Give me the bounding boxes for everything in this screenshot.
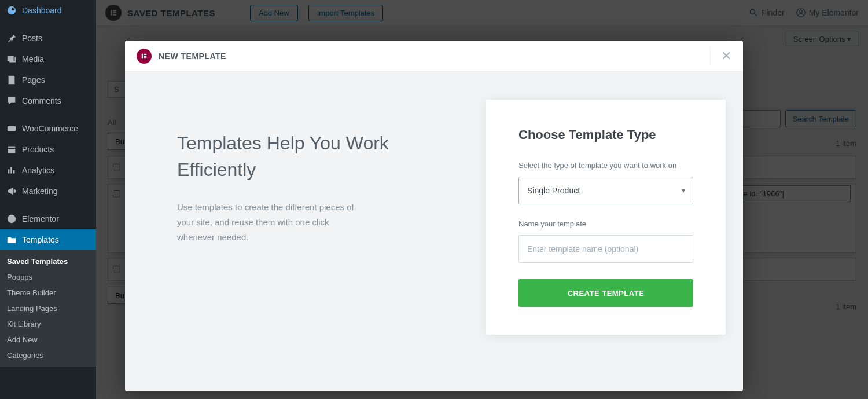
sidebar-label: Dashboard (22, 6, 62, 15)
form-heading: Choose Template Type (518, 127, 693, 142)
sidebar-label: Media (22, 54, 44, 64)
comments-icon (6, 95, 17, 107)
modal-title: NEW TEMPLATE (159, 52, 226, 61)
sidebar-label: Products (22, 145, 54, 154)
sidebar-item-posts[interactable]: Posts (0, 28, 96, 49)
modal-header: NEW TEMPLATE ✕ (125, 41, 743, 72)
products-icon (6, 144, 17, 155)
analytics-icon (6, 164, 17, 176)
modal-info-panel: Templates Help You Work Efficiently Use … (125, 72, 469, 391)
sidebar-label: WooCommerce (22, 124, 78, 133)
type-label: Select the type of template you want to … (518, 161, 693, 170)
sidebar-label: Posts (22, 34, 42, 43)
submenu-popups[interactable]: Popups (0, 269, 96, 285)
megaphone-icon (6, 185, 17, 197)
woo-icon (6, 123, 17, 134)
submenu-add-new[interactable]: Add New (0, 332, 96, 347)
sidebar-item-media[interactable]: Media (0, 49, 96, 69)
sidebar-label: Comments (22, 96, 61, 105)
svg-rect-0 (8, 126, 16, 131)
pages-icon (6, 74, 17, 86)
svg-rect-13 (144, 57, 146, 58)
sidebar-item-templates[interactable]: Templates (0, 229, 96, 250)
sidebar-label: Elementor (22, 214, 59, 224)
modal-description: Use templates to create the different pi… (177, 200, 362, 246)
sidebar-label: Marketing (22, 186, 57, 196)
submenu-theme-builder[interactable]: Theme Builder (0, 285, 96, 301)
elementor-icon (6, 213, 17, 225)
sidebar-item-products[interactable]: Products (0, 139, 96, 160)
elementor-logo-icon (137, 49, 152, 64)
svg-rect-12 (144, 55, 146, 56)
sidebar-label: Templates (22, 235, 59, 244)
dashboard-icon (6, 5, 17, 16)
svg-rect-11 (144, 53, 146, 54)
close-icon[interactable]: ✕ (710, 47, 731, 65)
name-label: Name your template (518, 219, 693, 228)
sidebar-item-woocommerce[interactable]: WooCommerce (0, 118, 96, 139)
submenu-saved-templates[interactable]: Saved Templates (0, 254, 96, 269)
submenu-landing-pages[interactable]: Landing Pages (0, 301, 96, 316)
sidebar-label: Analytics (22, 166, 54, 175)
svg-point-1 (8, 215, 16, 223)
create-template-button[interactable]: CREATE TEMPLATE (518, 279, 693, 307)
template-type-select[interactable]: Single Product (518, 177, 693, 204)
sidebar-item-comments[interactable]: Comments (0, 90, 96, 111)
svg-rect-10 (142, 53, 143, 58)
sidebar-item-elementor[interactable]: Elementor (0, 208, 96, 229)
admin-sidebar: Dashboard Posts Media Pages Comments Woo… (0, 0, 96, 399)
submenu-categories[interactable]: Categories (0, 347, 96, 363)
sidebar-item-pages[interactable]: Pages (0, 69, 96, 90)
sidebar-item-analytics[interactable]: Analytics (0, 160, 96, 181)
sidebar-label: Pages (22, 75, 45, 85)
new-template-modal: NEW TEMPLATE ✕ Templates Help You Work E… (125, 41, 743, 391)
pin-icon (6, 32, 17, 44)
sidebar-item-marketing[interactable]: Marketing (0, 181, 96, 202)
sidebar-item-dashboard[interactable]: Dashboard (0, 0, 96, 21)
templates-submenu: Saved Templates Popups Theme Builder Lan… (0, 250, 96, 367)
template-form: Choose Template Type Select the type of … (486, 100, 726, 335)
submenu-kit-library[interactable]: Kit Library (0, 316, 96, 332)
template-name-input[interactable] (518, 235, 693, 263)
modal-heading: Templates Help You Work Efficiently (177, 130, 434, 184)
folder-icon (6, 234, 17, 246)
media-icon (6, 53, 17, 65)
